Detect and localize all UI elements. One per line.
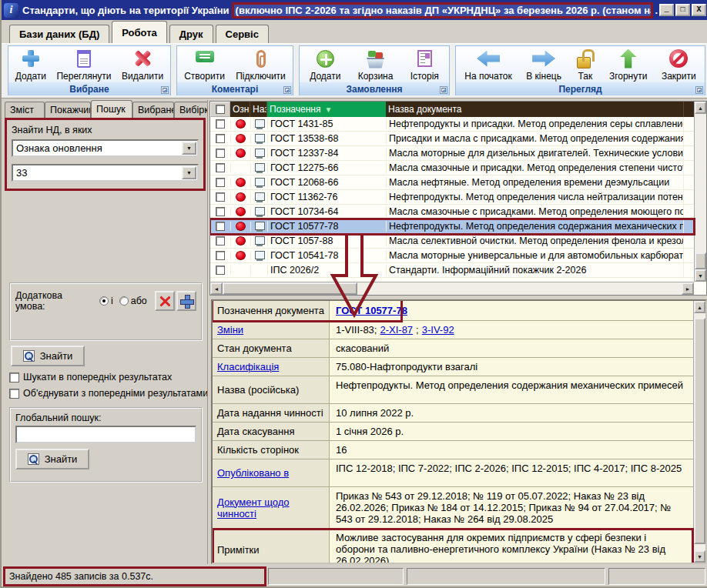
remove-condition-button[interactable] [155, 291, 175, 311]
row-checkbox[interactable] [216, 192, 225, 202]
table-row[interactable]: ГОСТ 12068-66 Масла нефтяные. Метод опре… [210, 175, 694, 190]
table-row[interactable]: ГОСТ 13538-68 Присадки и масла с присадк… [210, 132, 694, 146]
table-row[interactable]: ГОСТ 12275-66 Масла смазочные и присадки… [210, 161, 694, 175]
minimize-button[interactable]: _ [659, 4, 674, 16]
basket-button[interactable]: Корзина [355, 48, 397, 82]
collapse-button[interactable]: Згорнути [606, 48, 651, 82]
history-button[interactable]: Історія [407, 48, 442, 82]
tab-print[interactable]: Друк [169, 25, 213, 43]
table-row-selected[interactable]: ГОСТ 10577-78 Нефтепродукты. Метод опред… [210, 219, 694, 234]
checkbox-icon[interactable] [9, 373, 19, 383]
merge-with-previous-checkbox-row[interactable]: Об'єднувати з попередніми результатами [9, 388, 207, 399]
table-row[interactable]: ГОСТ 1057-88 Масла селективной очистки. … [210, 234, 694, 249]
go-start-button[interactable]: На початок [461, 48, 515, 82]
radio-or[interactable] [119, 296, 129, 306]
scroll-left-icon[interactable]: ◄ [210, 282, 223, 295]
attach-comment-button[interactable]: Підключити [233, 48, 289, 82]
create-comment-button[interactable]: Створити [181, 48, 228, 82]
row-checkbox[interactable] [216, 222, 225, 231]
scroll-down-icon[interactable]: ▼ [695, 269, 706, 282]
row-checkbox[interactable] [216, 266, 225, 275]
row-checkbox[interactable] [216, 236, 225, 246]
delete-button[interactable]: Видалити [119, 48, 166, 82]
table-row[interactable]: ГОСТ 10734-64 Масла смазочные с присадка… [210, 205, 694, 219]
search-field-dropdown[interactable]: Ознака оновлення ▼ [12, 139, 199, 157]
header-doc-name[interactable]: Назва документа [386, 102, 683, 117]
designation-cell: ГОСТ 13538-68 [267, 133, 386, 144]
row-checkbox[interactable] [216, 163, 225, 172]
tab-databases[interactable]: Бази даних (БД) [9, 25, 109, 43]
row-checkbox[interactable] [216, 251, 225, 260]
search-value-dropdown[interactable]: 33 ▼ [12, 164, 199, 182]
validity-doc-label-link[interactable]: Документ щодо чинності [217, 496, 324, 520]
checkbox-icon[interactable] [216, 105, 225, 114]
table-vertical-scrollbar[interactable]: ▲ ▼ [694, 102, 706, 282]
classification-label-link[interactable]: Класифікація [217, 361, 279, 373]
sidebar-tab-index[interactable]: Покажчик [45, 102, 91, 118]
arrow-right-icon [532, 48, 555, 68]
document-icon [254, 207, 265, 217]
table-row[interactable]: ГОСТ 12337-84 Масла моторные для дизельн… [210, 146, 694, 161]
tab-work[interactable]: Робота [112, 21, 167, 43]
scrollbar-thumb[interactable] [223, 282, 357, 295]
row-checkbox[interactable] [216, 134, 225, 143]
document-icon [254, 178, 265, 188]
tab-service[interactable]: Сервіс [216, 25, 269, 43]
sidebar-tab-favorites[interactable]: Вибране [132, 102, 174, 118]
table-row[interactable]: ГОСТ 1431-85 Нефтепродукты и присадки. М… [210, 117, 694, 132]
name-cell: Нефтепродукты. Метод определения содержа… [386, 221, 683, 232]
close-view-button[interactable]: Закрити [658, 48, 699, 82]
row-checkbox[interactable] [216, 207, 225, 216]
chevron-down-icon[interactable]: ▼ [182, 166, 196, 179]
scroll-up-icon[interactable]: ▲ [695, 102, 706, 114]
sort-desc-icon: ▼ [324, 105, 332, 114]
header-select-all[interactable] [210, 102, 230, 117]
scroll-down-icon[interactable]: ▼ [694, 550, 705, 563]
scrollbar-thumb[interactable] [695, 252, 706, 269]
header-mark[interactable]: Озн [230, 102, 250, 117]
close-button[interactable]: X [692, 4, 706, 16]
published-in-label-link[interactable]: Опубліковано в [217, 467, 289, 479]
add-favorite-button[interactable]: Додати [12, 48, 49, 82]
add-condition-button[interactable] [176, 291, 196, 311]
details-vertical-scrollbar[interactable]: ▲ ▼ [693, 301, 705, 563]
go-end-button[interactable]: В кінець [523, 48, 565, 82]
change-link-2[interactable]: 3-IV-92 [422, 324, 454, 336]
toolbar-group-favorites: Додати Переглянути Видалити Вибране ◲ [8, 45, 171, 95]
table-row[interactable]: ГОСТ 11362-76 Нефтепродукты. Метод опред… [210, 190, 694, 205]
add-order-button[interactable]: Додати [307, 48, 343, 82]
view-button[interactable]: Переглянути [53, 48, 114, 82]
yes-lock-button[interactable]: Так [572, 48, 598, 82]
table-row[interactable]: ГОСТ 10541-78 Масла моторные универсальн… [210, 249, 694, 263]
sidebar-tab-selection[interactable]: Вибірка [174, 102, 207, 118]
radio-and[interactable] [99, 296, 109, 306]
maximize-button[interactable]: □ [675, 4, 690, 16]
table-horizontal-scrollbar[interactable]: ◄ ► [210, 282, 694, 295]
group-expand-icon[interactable]: ◲ [161, 86, 169, 94]
sidebar-tab-search[interactable]: Пошук [91, 100, 132, 118]
group-expand-icon[interactable]: ◲ [695, 86, 703, 94]
scroll-right-icon[interactable]: ► [682, 282, 694, 295]
changes-label-link[interactable]: Зміни [217, 324, 243, 336]
row-checkbox[interactable] [216, 119, 225, 129]
ribbon-toolbar: Додати Переглянути Видалити Вибране ◲ Ст… [2, 43, 707, 99]
scrollbar-thumb[interactable] [694, 318, 705, 544]
change-link-1[interactable]: 2-XI-87 [380, 324, 413, 336]
designation-link[interactable]: ГОСТ 10577-78 [336, 305, 407, 316]
table-row[interactable]: ІПС 2026/2 Стандарти. Інформаційний пока… [210, 263, 694, 278]
find-button[interactable]: Знайти [11, 346, 85, 366]
global-find-button[interactable]: Знайти [15, 449, 89, 469]
header-has[interactable]: Наз [250, 102, 267, 117]
header-designation[interactable]: Позначення ▼ [267, 102, 386, 117]
group-expand-icon[interactable]: ◲ [283, 86, 291, 94]
group-expand-icon[interactable]: ◲ [440, 86, 447, 94]
row-checkbox[interactable] [216, 178, 225, 187]
search-in-previous-checkbox-row[interactable]: Шукати в попередніх результатах [9, 372, 207, 383]
sidebar-tab-contents[interactable]: Зміст [5, 102, 45, 118]
global-search-input[interactable] [15, 426, 196, 443]
row-checkbox[interactable] [216, 149, 225, 158]
scroll-up-icon[interactable]: ▲ [694, 301, 705, 313]
document-icon [254, 119, 265, 129]
chevron-down-icon[interactable]: ▼ [182, 142, 196, 155]
checkbox-icon[interactable] [9, 389, 19, 399]
